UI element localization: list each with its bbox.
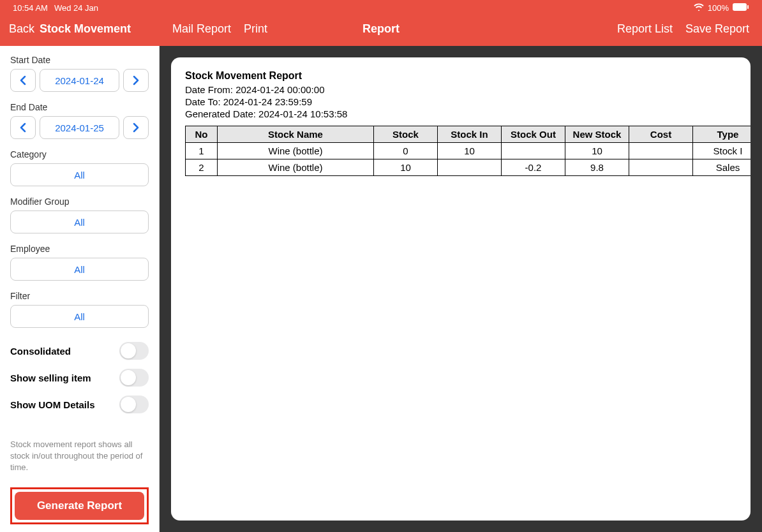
end-date-label: End Date	[10, 102, 149, 112]
category-select[interactable]: All	[10, 163, 149, 186]
cell-no: 1	[186, 143, 218, 159]
cell-in	[438, 159, 502, 176]
report-list-button[interactable]: Report List	[617, 22, 673, 36]
end-date-field[interactable]: 2024-01-25	[40, 116, 119, 139]
table-row: 2Wine (bottle)10-0.29.8Sales	[186, 159, 751, 176]
mail-report-button[interactable]: Mail Report	[172, 22, 231, 36]
employee-label: Employee	[10, 244, 149, 254]
start-date-next-button[interactable]	[123, 69, 149, 92]
report-viewport: Stock Movement Report Date From: 2024-01…	[160, 46, 762, 532]
battery-icon	[733, 3, 749, 13]
modifier-group-label: Modifier Group	[10, 196, 149, 207]
filter-select[interactable]: All	[10, 305, 149, 328]
consolidated-label: Consolidated	[10, 346, 71, 357]
svg-rect-0	[733, 3, 747, 11]
generate-highlight: Generate Report	[10, 487, 149, 524]
th-cost: Cost	[629, 126, 693, 143]
wifi-icon	[694, 3, 704, 13]
cell-no: 2	[186, 159, 218, 176]
print-button[interactable]: Print	[244, 22, 267, 36]
report-page: Stock Movement Report Date From: 2024-01…	[171, 57, 751, 521]
end-date-next-button[interactable]	[123, 116, 149, 139]
show-uom-details-toggle[interactable]	[119, 395, 149, 413]
category-label: Category	[10, 149, 149, 159]
cell-cost	[629, 143, 693, 159]
th-stock-out: Stock Out	[502, 126, 565, 143]
back-button[interactable]: Back	[9, 22, 34, 36]
th-new-stock: New Stock	[565, 126, 629, 143]
header-bar: Back Stock Movement Mail Report Print Re…	[0, 15, 762, 46]
cell-type: Sales	[693, 159, 751, 176]
table-row: 1Wine (bottle)01010Stock I	[186, 143, 751, 159]
cell-name: Wine (bottle)	[218, 159, 374, 176]
save-report-button[interactable]: Save Report	[685, 22, 749, 36]
sidebar: Start Date 2024-01-24 End Date 2024-01-2…	[0, 46, 160, 532]
th-stock: Stock	[374, 126, 438, 143]
cell-in: 10	[438, 143, 502, 159]
battery-text: 100%	[708, 3, 729, 13]
start-date-field[interactable]: 2024-01-24	[40, 69, 119, 92]
report-date-to: Date To: 2024-01-24 23:59:59	[185, 96, 751, 107]
th-type: Type	[693, 126, 751, 143]
report-date-from: Date From: 2024-01-24 00:00:00	[185, 84, 751, 95]
cell-cost	[629, 159, 693, 176]
end-date-prev-button[interactable]	[10, 116, 36, 139]
status-bar: 10:54 AM Wed 24 Jan 100%	[0, 0, 762, 15]
cell-stock: 10	[374, 159, 438, 176]
status-date: Wed 24 Jan	[54, 3, 98, 13]
report-generated-date: Generated Date: 2024-01-24 10:53:58	[185, 108, 751, 119]
modifier-group-select[interactable]: All	[10, 211, 149, 233]
start-date-prev-button[interactable]	[10, 69, 36, 92]
sidebar-description: Stock movement report shows all stock in…	[10, 439, 149, 474]
show-uom-details-label: Show UOM Details	[10, 399, 95, 410]
show-selling-item-toggle[interactable]	[119, 369, 149, 387]
show-selling-item-label: Show selling item	[10, 373, 91, 383]
th-stock-in: Stock In	[438, 126, 502, 143]
cell-new: 9.8	[565, 159, 629, 176]
page-title: Stock Movement	[40, 22, 131, 36]
cell-out: -0.2	[502, 159, 565, 176]
report-title: Stock Movement Report	[185, 70, 751, 82]
employee-select[interactable]: All	[10, 258, 149, 281]
cell-type: Stock I	[693, 143, 751, 159]
report-table: No Stock Name Stock Stock In Stock Out N…	[185, 126, 751, 176]
cell-out	[502, 143, 565, 159]
start-date-label: Start Date	[10, 55, 149, 65]
th-stock-name: Stock Name	[218, 126, 374, 143]
filter-label: Filter	[10, 291, 149, 301]
generate-report-button[interactable]: Generate Report	[15, 492, 144, 520]
cell-stock: 0	[374, 143, 438, 159]
cell-name: Wine (bottle)	[218, 143, 374, 159]
th-no: No	[186, 126, 218, 143]
consolidated-toggle[interactable]	[119, 342, 149, 360]
cell-new: 10	[565, 143, 629, 159]
header-center-title: Report	[362, 22, 400, 36]
svg-rect-1	[747, 5, 749, 9]
status-time: 10:54 AM	[13, 3, 48, 13]
